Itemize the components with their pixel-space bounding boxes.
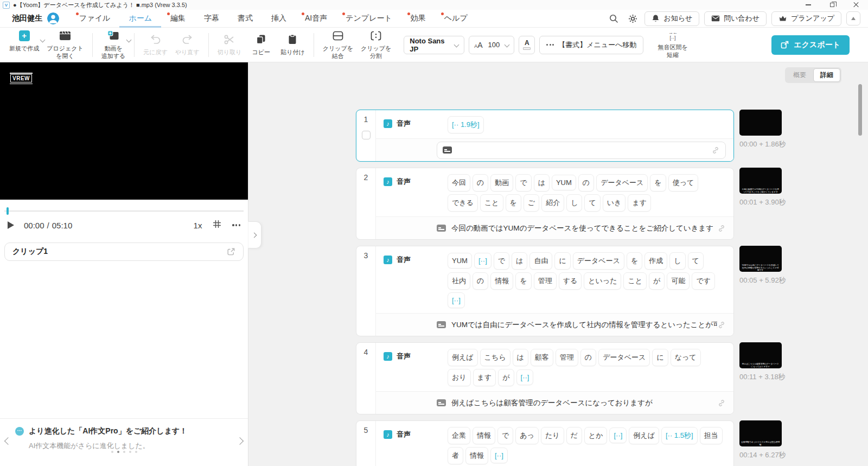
export-button[interactable]: エクスポート: [771, 35, 850, 55]
word-chip[interactable]: は: [534, 174, 550, 191]
word-chip[interactable]: を: [650, 174, 666, 191]
tab-overview[interactable]: 概要: [786, 68, 813, 82]
toolbar-merge-clips-button[interactable]: クリップを 結合: [319, 30, 357, 60]
word-chip[interactable]: 今回: [448, 174, 470, 191]
menu-item-subtitle[interactable]: 字幕: [195, 10, 228, 28]
word-chip[interactable]: できる: [448, 194, 478, 212]
menu-item-template[interactable]: テンプレート: [336, 10, 401, 28]
word-chip[interactable]: おり: [448, 369, 471, 386]
gap-chip[interactable]: [··]: [448, 292, 465, 308]
clip-card-2[interactable]: 2♪音声今回の動画ではYUMのデータベースを使ってできることをご紹介していきます…: [356, 168, 734, 240]
word-chip[interactable]: で: [515, 174, 531, 191]
user-avatar[interactable]: [47, 12, 59, 24]
maximize-button[interactable]: [820, 0, 844, 10]
video-preview[interactable]: VREW: [0, 62, 248, 200]
word-chip[interactable]: ます: [473, 369, 496, 386]
word-chip[interactable]: を: [627, 252, 642, 270]
carousel-dot[interactable]: [117, 451, 119, 453]
link-icon[interactable]: [717, 321, 726, 329]
word-chip[interactable]: 例えば: [629, 427, 659, 444]
word-chip[interactable]: 管理: [534, 272, 557, 290]
word-chip[interactable]: で: [494, 252, 509, 270]
word-chip[interactable]: に: [652, 349, 668, 366]
menu-item-help[interactable]: ヘルプ: [435, 10, 477, 28]
tab-detail[interactable]: 詳細: [813, 68, 840, 82]
link-icon[interactable]: [717, 399, 726, 407]
word-chip[interactable]: 動画: [490, 174, 513, 191]
link-icon[interactable]: [717, 224, 726, 233]
word-chip[interactable]: 顧客: [531, 349, 553, 366]
menu-item-insert[interactable]: 挿入: [262, 10, 296, 28]
menu-item-home[interactable]: ホーム: [119, 10, 161, 28]
clip-card-3[interactable]: 3♪音声YUM[··]では自由にデータベースを作成して社内の情報を管理するといっ…: [356, 246, 734, 336]
word-chip[interactable]: て: [688, 252, 704, 270]
word-chip[interactable]: は: [513, 349, 528, 366]
settings-button[interactable]: [626, 11, 640, 25]
word-chip[interactable]: 自由: [529, 252, 552, 270]
word-chip[interactable]: データベース: [596, 174, 648, 191]
font-size-select[interactable]: 100: [469, 36, 514, 54]
word-chip[interactable]: する: [559, 272, 582, 290]
word-chip[interactable]: が: [498, 369, 514, 386]
word-chip[interactable]: 情報: [490, 272, 513, 290]
font-color-button[interactable]: [519, 36, 535, 54]
word-chip[interactable]: 紹介: [541, 194, 564, 212]
more-options-button[interactable]: [232, 224, 240, 226]
gap-chip[interactable]: [··]: [490, 448, 508, 463]
playback-speed-button[interactable]: 1x: [194, 221, 202, 230]
carousel-dot[interactable]: [111, 451, 113, 453]
menu-item-ai-voice[interactable]: AI音声: [296, 10, 336, 28]
clip-card-4[interactable]: 4♪音声例えばこちらは顧客管理のデータベースになっておりますが[··]例えばこち…: [356, 342, 734, 414]
word-chip[interactable]: いき: [603, 194, 626, 212]
word-chip[interactable]: し: [566, 194, 582, 212]
word-chip[interactable]: 作成: [644, 252, 667, 270]
toolbar-new-create-button[interactable]: +新規で作成: [5, 30, 43, 60]
word-chip[interactable]: たり: [541, 427, 564, 444]
word-chip[interactable]: こちら: [480, 349, 510, 366]
format-menu-button[interactable]: 【書式】メニューへ移動: [539, 36, 643, 54]
word-chip[interactable]: 者: [448, 447, 463, 464]
menu-item-format[interactable]: 書式: [228, 10, 262, 28]
expand-panel-button[interactable]: [248, 221, 261, 248]
word-chip[interactable]: YUM: [552, 175, 576, 190]
promo-prev-button[interactable]: [4, 437, 12, 445]
word-chip[interactable]: ます: [628, 194, 651, 212]
clip-card-5[interactable]: 5♪音声企業情報であったりだとか[··]例えば[·· 1.5秒]担当者情報[··…: [356, 420, 734, 466]
toolbar-copy-button[interactable]: コピー: [245, 34, 277, 56]
clip-name-card[interactable]: クリップ1: [4, 242, 244, 261]
word-chip[interactable]: 企業: [448, 427, 470, 444]
word-chip[interactable]: 担当: [700, 427, 723, 444]
gap-chip[interactable]: [·· 1.9秒]: [448, 116, 484, 133]
collapse-toolbar-button[interactable]: [846, 11, 860, 25]
menu-item-effect[interactable]: 効果: [401, 10, 435, 28]
word-chip[interactable]: こと: [480, 194, 503, 212]
gap-chip[interactable]: [··]: [609, 427, 627, 443]
promo-next-button[interactable]: [236, 437, 244, 445]
word-chip[interactable]: です: [692, 272, 715, 290]
clip-thumbnail[interactable]: [739, 110, 782, 136]
gap-chip[interactable]: [··]: [516, 369, 534, 385]
word-chip[interactable]: データベース: [598, 349, 650, 366]
carousel-dot[interactable]: [135, 451, 137, 453]
word-chip[interactable]: の: [473, 174, 488, 191]
word-chip[interactable]: の: [473, 272, 488, 290]
word-chip[interactable]: ご: [524, 194, 539, 212]
word-chip[interactable]: こと: [623, 272, 647, 290]
word-chip[interactable]: 可能: [667, 272, 690, 290]
clip-checkbox[interactable]: [362, 131, 371, 139]
word-chip[interactable]: で: [497, 427, 513, 444]
word-chip[interactable]: を: [506, 194, 521, 212]
word-chip[interactable]: 情報: [473, 427, 495, 444]
play-button[interactable]: [8, 221, 14, 229]
clip-card-1[interactable]: 1♪音声[·· 1.9秒]: [356, 110, 734, 162]
word-chip[interactable]: を: [515, 272, 531, 290]
word-chip[interactable]: といった: [584, 272, 621, 290]
word-chip[interactable]: し: [669, 252, 685, 270]
word-chip[interactable]: 使って: [668, 174, 699, 191]
seek-bar[interactable]: [4, 207, 244, 215]
word-chip[interactable]: が: [649, 272, 665, 290]
word-chip[interactable]: なって: [671, 349, 701, 366]
word-chip[interactable]: YUM: [448, 253, 472, 269]
clip-thumbnail[interactable]: 企業情報であったりだとか例えば担当者情報: [739, 420, 782, 446]
minimize-button[interactable]: [796, 0, 820, 10]
